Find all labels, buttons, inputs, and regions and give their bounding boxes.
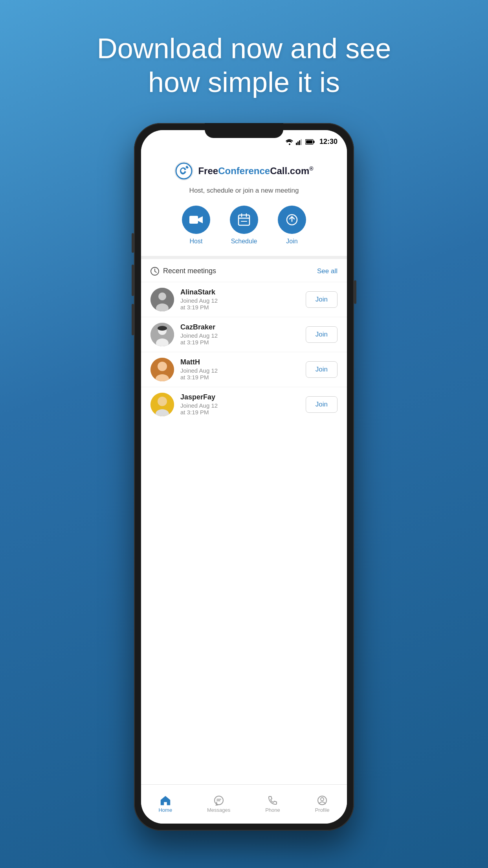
nav-home[interactable]: Home <box>158 795 172 813</box>
meeting-item-caz: CazBraker Joined Aug 12 at 3:19 PM Join <box>141 317 347 352</box>
svg-point-33 <box>215 796 223 805</box>
meeting-name-jasper: JasperFay <box>180 393 306 401</box>
logo-text-area: FreeConferenceCall.com® <box>198 166 313 177</box>
meeting-time-jasper: Joined Aug 12 at 3:19 PM <box>180 402 306 416</box>
meeting-time-alina: Joined Aug 12 at 3:19 PM <box>180 297 306 311</box>
meeting-time-caz: Joined Aug 12 at 3:19 PM <box>180 332 306 346</box>
schedule-label: Schedule <box>231 238 257 245</box>
logo-area: FreeConferenceCall.com® <box>174 162 313 180</box>
app-logo-icon <box>174 162 193 180</box>
nav-profile[interactable]: Profile <box>315 795 330 813</box>
meeting-info-matt: MattH Joined Aug 12 at 3:19 PM <box>180 358 306 381</box>
nav-phone[interactable]: Phone <box>265 795 280 813</box>
video-camera-icon <box>189 215 203 225</box>
meeting-name-caz: CazBraker <box>180 323 306 331</box>
svg-point-28 <box>158 362 167 371</box>
meeting-item-matt: MattH Joined Aug 12 at 3:19 PM Join <box>141 352 347 387</box>
status-time: 12:30 <box>319 138 338 146</box>
action-buttons: Host Schedule <box>182 206 306 245</box>
svg-point-37 <box>321 798 324 801</box>
meeting-item-jasper: JasperFay Joined Aug 12 at 3:19 PM Join <box>141 387 347 422</box>
svg-rect-3 <box>301 139 302 145</box>
join-label: Join <box>286 238 297 245</box>
nav-phone-label: Phone <box>265 807 280 813</box>
signal-icon <box>296 139 303 145</box>
svg-rect-5 <box>313 141 314 143</box>
svg-rect-1 <box>297 142 299 145</box>
join-button-jasper[interactable]: Join <box>306 396 338 413</box>
meeting-info-jasper: JasperFay Joined Aug 12 at 3:19 PM <box>180 393 306 416</box>
svg-point-21 <box>158 292 166 300</box>
recent-title: Recent meetings <box>163 267 216 275</box>
see-all-button[interactable]: See all <box>317 267 338 275</box>
nav-profile-label: Profile <box>315 807 330 813</box>
svg-rect-6 <box>306 140 312 143</box>
messages-icon <box>213 795 224 805</box>
avatar-alina <box>150 288 174 311</box>
schedule-button[interactable]: Schedule <box>230 206 258 245</box>
avatar-jasper <box>150 393 174 416</box>
svg-line-19 <box>155 271 156 272</box>
svg-point-7 <box>175 162 193 180</box>
profile-icon <box>317 795 327 805</box>
clock-icon <box>150 267 159 276</box>
phone-icon <box>268 795 278 805</box>
headline: Download now and see how simple it is <box>66 31 423 99</box>
meeting-name-matt: MattH <box>180 358 306 366</box>
power-button <box>354 280 356 304</box>
avatar-caz <box>150 323 174 346</box>
section-divider <box>141 256 347 259</box>
tagline: Host, schedule or join a new meeting <box>189 187 299 195</box>
app-header: FreeConferenceCall.com® Host, schedule o… <box>141 151 347 256</box>
join-button-caz[interactable]: Join <box>306 326 338 343</box>
wifi-icon <box>286 139 294 145</box>
join-button[interactable]: Join <box>278 206 306 245</box>
logo-text: FreeConferenceCall.com® <box>198 166 313 176</box>
nav-messages[interactable]: Messages <box>207 795 230 813</box>
calendar-icon <box>238 213 250 226</box>
volume-down-button <box>132 304 134 335</box>
host-button-circle[interactable] <box>182 206 210 234</box>
recent-header: Recent meetings See all <box>141 259 347 282</box>
meeting-item-alina: AlinaStark Joined Aug 12 at 3:19 PM Join <box>141 282 347 317</box>
battery-icon <box>305 139 315 145</box>
home-icon <box>160 795 171 805</box>
mute-button <box>132 233 134 253</box>
volume-up-button <box>132 265 134 296</box>
screen: 12:30 FreeConferenceCall.com® Hos <box>141 130 347 824</box>
notch <box>205 123 283 138</box>
svg-point-31 <box>158 397 167 406</box>
meeting-time-matt: Joined Aug 12 at 3:19 PM <box>180 367 306 381</box>
join-button-alina[interactable]: Join <box>306 291 338 308</box>
recent-title-area: Recent meetings <box>150 267 216 276</box>
svg-rect-2 <box>299 140 300 145</box>
avatar-matt <box>150 358 174 381</box>
status-icons: 12:30 <box>286 138 338 146</box>
svg-rect-10 <box>238 215 250 225</box>
nav-home-label: Home <box>158 807 172 813</box>
meeting-info-alina: AlinaStark Joined Aug 12 at 3:19 PM <box>180 288 306 311</box>
host-button[interactable]: Host <box>182 206 210 245</box>
host-label: Host <box>190 238 203 245</box>
meeting-info-caz: CazBraker Joined Aug 12 at 3:19 PM <box>180 323 306 346</box>
svg-point-26 <box>158 326 167 331</box>
join-button-circle[interactable] <box>278 206 306 234</box>
join-icon <box>286 213 298 226</box>
nav-messages-label: Messages <box>207 807 230 813</box>
meeting-name-alina: AlinaStark <box>180 288 306 296</box>
svg-rect-0 <box>296 143 297 145</box>
bottom-nav: Home Messages Phone <box>141 784 347 824</box>
schedule-button-circle[interactable] <box>230 206 258 234</box>
join-button-matt[interactable]: Join <box>306 361 338 378</box>
recent-section: Recent meetings See all AlinaStark Joine <box>141 259 347 784</box>
svg-rect-9 <box>189 216 198 224</box>
phone-frame: 12:30 FreeConferenceCall.com® Hos <box>134 123 354 831</box>
